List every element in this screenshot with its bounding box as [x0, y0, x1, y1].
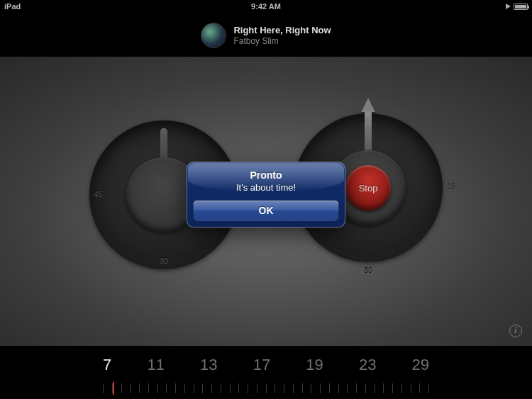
info-button[interactable]: i	[509, 325, 522, 337]
ruler-value[interactable]: 11	[147, 356, 164, 374]
dial-mark-30: 30	[364, 266, 372, 275]
dial-mark-15: 15	[447, 183, 455, 191]
alert-ok-label: OK	[259, 205, 274, 216]
ruler-ticks	[103, 383, 429, 393]
ruler-value[interactable]: 23	[359, 356, 376, 374]
info-icon: i	[514, 325, 516, 335]
alert-title: Pronto	[193, 169, 339, 181]
clock: 9:42 AM	[251, 2, 281, 11]
ruler-value[interactable]: 13	[200, 356, 217, 374]
play-indicator-icon	[506, 4, 511, 9]
track-artist: Fatboy Slim	[233, 36, 331, 46]
ruler-indicator[interactable]	[113, 382, 114, 395]
stop-button-label: Stop	[359, 183, 378, 193]
alert-dialog: Pronto It's about time! OK	[187, 162, 345, 227]
bottom-bar: 7111317192329	[0, 346, 532, 399]
ruler-value[interactable]: 17	[253, 356, 270, 374]
battery-icon	[514, 4, 528, 10]
dial-mark-45: 45	[94, 190, 102, 198]
alert-ok-button[interactable]: OK	[193, 200, 339, 221]
ruler-numbers: 7111317192329	[103, 346, 429, 374]
alert-message: It's about time!	[193, 182, 339, 193]
status-bar: iPad 9:42 AM	[0, 0, 532, 13]
track-info: Right Here, Right Now Fatboy Slim	[233, 25, 331, 46]
stop-button[interactable]: Stop	[345, 165, 391, 210]
album-art	[201, 23, 226, 48]
dial-mark-30: 30	[160, 257, 168, 265]
dial-arrow-icon	[361, 98, 375, 112]
status-right	[506, 4, 528, 10]
ruler-value[interactable]: 19	[306, 356, 323, 374]
track-title: Right Here, Right Now	[233, 25, 331, 36]
ruler-value[interactable]: 29	[412, 356, 429, 374]
ruler-value[interactable]: 7	[103, 356, 111, 374]
device-label: iPad	[4, 2, 21, 11]
now-playing[interactable]: Right Here, Right Now Fatboy Slim	[201, 23, 331, 48]
preset-ruler[interactable]: 7111317192329	[103, 346, 429, 399]
top-bar: Right Here, Right Now Fatboy Slim	[0, 13, 532, 57]
